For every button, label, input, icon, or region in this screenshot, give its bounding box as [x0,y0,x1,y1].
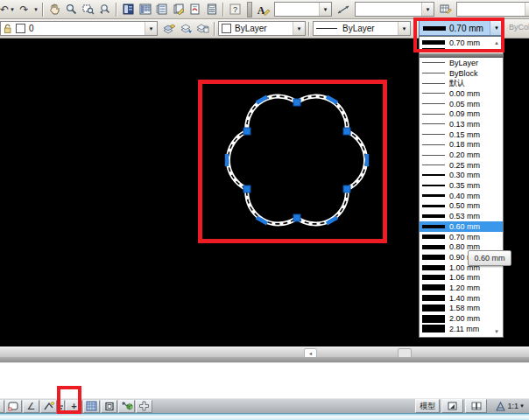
quickcalc-button[interactable] [203,2,220,18]
lineweight-option[interactable]: 0.25 mm [420,160,503,171]
lineweight-option[interactable]: 2.11 mm [420,324,503,334]
lineweight-option[interactable]: 0.70 mm [420,232,503,242]
quick-view-drawings-button[interactable] [465,399,487,413]
lineweight-option[interactable]: 1.06 mm [420,272,503,283]
spline-tool-button[interactable] [40,400,57,413]
scroll-down-arrow[interactable]: ▾ [492,328,501,335]
lineweight-option[interactable]: 0.05 mm [420,99,503,109]
sheetset-button[interactable] [170,2,187,18]
lineweight-option[interactable]: 2.00 mm [420,313,503,324]
lineweight-option[interactable]: 0.35 mm [420,180,503,191]
markup-button[interactable] [187,2,203,18]
layer-properties-button[interactable] [161,21,178,37]
lineweight-swatch [422,164,445,165]
dim-style-combo[interactable]: ▾ [355,2,434,17]
undo-dropdown-caret[interactable]: ▾ [9,6,16,13]
quickcalc-icon [207,4,217,15]
lineweight-option[interactable]: 0.60 mm [420,221,503,232]
properties-button[interactable] [120,2,137,18]
lineweight-swatch [422,62,445,63]
table-style-icon [440,4,452,15]
layer-previous-button[interactable] [178,21,194,37]
layer-lock-icon [4,24,13,34]
linetype-combo[interactable]: ByLayer ▾ [313,21,411,36]
quick-view-layouts-button[interactable] [441,399,463,413]
lineweight-option[interactable]: 0.09 mm [420,108,503,119]
lineweight-swatch [422,155,445,156]
make-block-tool-button[interactable] [118,400,135,413]
quick-view-drawings-icon [471,402,482,410]
dim-style-button[interactable] [335,2,352,18]
redo-dropdown-caret[interactable]: ▾ [32,6,39,13]
toolbar-grip[interactable] [247,2,252,18]
undo-button[interactable]: ↶ [0,2,9,18]
undo-icon: ↶ [0,4,9,15]
lineweight-option-label: 2.11 mm [449,325,479,333]
quick-view-layouts-icon [448,402,457,410]
lineweight-option-label: 0.09 mm [449,109,480,118]
lineweight-option[interactable]: 0.18 mm [420,140,503,150]
linetype-preview [316,28,337,29]
annotation-scale-control[interactable]: 1:1 ▾ [496,402,525,411]
clipped-tool-button[interactable] [0,400,4,413]
zoom-realtime-button[interactable] [63,2,80,18]
layer-combo[interactable]: 0 ▾ [0,21,158,36]
polygon-tool-button[interactable] [5,400,22,413]
hatch-icon [86,401,97,411]
linetype-combo-caret[interactable]: ▾ [398,22,410,35]
lineweight-option[interactable]: 默认 [420,78,503,88]
dim-style-combo-caret[interactable]: ▾ [421,3,434,16]
lineweight-option[interactable]: 1.58 mm [420,304,503,314]
annotation-scale-caret[interactable]: ▾ [518,402,525,410]
lineweight-option[interactable]: 0.13 mm [420,119,503,130]
lineweight-swatch [422,295,445,301]
plot-style-combo[interactable]: ByCol [509,23,529,32]
help-button[interactable]: ? [227,2,243,18]
help-icon: ? [229,4,241,15]
pan-button[interactable] [46,2,63,18]
text-style-combo-caret[interactable]: ▾ [319,3,331,16]
table-style-combo[interactable]: ▾ [456,2,529,17]
lineweight-option[interactable]: 0.30 mm [420,171,503,181]
lineweight-swatch [422,275,445,280]
lineweight-option[interactable]: 0.40 mm [420,191,503,201]
lineweight-option[interactable]: 0.15 mm [420,130,503,140]
lineweight-option[interactable]: 1.40 mm [420,293,503,304]
text-style-combo[interactable]: ▾ [274,2,332,17]
horizontal-scrollbar[interactable]: ◂ [0,346,529,357]
angle-tool-button[interactable]: ∠ [23,400,39,413]
layer-combo-caret[interactable]: ▾ [145,22,157,35]
layer-states-button[interactable] [194,21,211,37]
lineweight-option[interactable]: 0.20 mm [420,150,503,160]
plot-style-value: ByCol [509,23,529,32]
lineweight-option[interactable]: 1.20 mm [420,283,503,293]
table-style-button[interactable] [437,2,454,18]
annotation-box-flower [198,80,387,243]
region-icon [104,402,115,411]
lineweight-option[interactable]: ByLayer [420,58,503,68]
region-tool-button[interactable] [101,400,117,413]
lineweight-option[interactable]: 0.00 mm [420,88,503,99]
annotation-box-point-tool [57,386,81,414]
table-style-combo-caret[interactable]: ▾ [525,3,529,16]
lineweight-option[interactable]: 0.53 mm [420,211,503,221]
lineweight-option-label: 1.20 mm [449,284,480,292]
toolpalettes-button[interactable] [153,2,170,18]
toolbar-separator [116,3,117,17]
zoom-previous-button[interactable] [96,2,113,18]
designcenter-button[interactable] [137,2,153,18]
thick-cross-tool-button[interactable] [136,400,152,413]
toolbar-separator [308,22,310,36]
lineweight-option[interactable]: 0.50 mm [420,201,503,212]
model-tab-button[interactable]: 模型 [415,399,440,413]
lineweight-option[interactable]: ByBlock [420,68,503,79]
zoom-window-button[interactable] [80,2,96,18]
lineweight-swatch [422,325,445,332]
lineweight-swatch [422,225,445,228]
hatch-tool-button[interactable] [83,400,100,413]
color-combo[interactable]: ByLayer ▾ [218,21,306,36]
text-style-button[interactable]: A [256,2,272,18]
redo-button[interactable]: ↷ [16,2,32,18]
color-combo-caret[interactable]: ▾ [293,22,305,35]
toolbar-separator [42,3,44,17]
